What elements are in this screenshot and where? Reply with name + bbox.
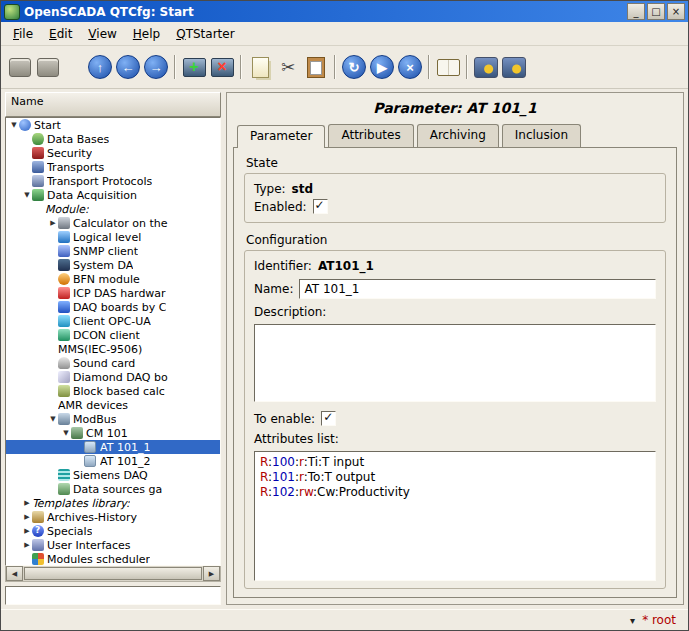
menu-help[interactable]: Help — [125, 24, 168, 44]
manual-button[interactable] — [434, 53, 462, 81]
tree-item-user-interfaces[interactable]: ▶User Interfaces — [6, 538, 220, 552]
tree-item-diamond-daq-bo[interactable]: Diamond DAQ bo — [6, 370, 220, 384]
attribute-item[interactable]: R:102:rw:Cw:Productivity — [260, 485, 650, 500]
tree-item-siemens-daq[interactable]: Siemens DAQ — [6, 468, 220, 482]
copy-item-button[interactable] — [246, 53, 274, 81]
tree-item-icp-das-hardwar[interactable]: ICP DAS hardwar — [6, 286, 220, 300]
description-textarea[interactable] — [254, 324, 656, 402]
collapse-icon[interactable]: ▼ — [61, 429, 71, 437]
tree-item-calculator-on-the[interactable]: ▶Calculator on the — [6, 216, 220, 230]
tree-item-dcon-client[interactable]: DCON client — [6, 328, 220, 342]
tab-attributes[interactable]: Attributes — [328, 124, 413, 147]
opcua-icon — [58, 315, 70, 327]
tree-item-sound-card[interactable]: Sound card — [6, 356, 220, 370]
collapse-icon[interactable]: ▼ — [9, 121, 19, 129]
save-to-db-button[interactable] — [34, 53, 62, 81]
tree-item-label: Data Bases — [47, 133, 109, 146]
tree-item-specials[interactable]: ▶Specials — [6, 524, 220, 538]
tree-item-modules-scheduler[interactable]: Modules scheduler — [6, 552, 220, 566]
tree-item-mms-iec-9506[interactable]: MMS(IEC-9506) — [6, 342, 220, 356]
to-enable-label: To enable: — [254, 412, 315, 426]
tree-item-snmp-client[interactable]: SNMP client — [6, 244, 220, 258]
qtstarter-config2-button[interactable] — [500, 53, 528, 81]
tree-filter-input[interactable] — [5, 586, 221, 605]
tree-item-start[interactable]: ▼Start — [6, 118, 220, 132]
scroll-right-icon[interactable]: ▶ — [203, 566, 220, 581]
tree-item-at-101-2[interactable]: AT 101_2 — [6, 454, 220, 468]
close-button[interactable]: × — [667, 3, 685, 20]
tree-item-label: DAQ boards by C — [73, 301, 166, 314]
toolbar-separator — [466, 55, 468, 79]
name-row: Name: — [254, 279, 656, 299]
expand-icon[interactable]: ▶ — [22, 527, 32, 535]
menu-view[interactable]: View — [80, 24, 124, 44]
menu-qtstarter[interactable]: QTStarter — [168, 24, 242, 44]
load-from-db-button[interactable] — [6, 53, 34, 81]
expand-icon[interactable]: ▶ — [22, 541, 32, 549]
tab-inclusion[interactable]: Inclusion — [502, 124, 581, 147]
archives-icon — [32, 511, 44, 523]
page-title: Parameter: AT 101_1 — [233, 97, 677, 124]
start-button[interactable]: ▶ — [368, 53, 396, 81]
statusbar: ▾ * root — [1, 609, 688, 630]
soundcard-icon — [58, 357, 70, 369]
maximize-button[interactable]: □ — [647, 3, 665, 20]
expand-icon[interactable]: ▶ — [22, 499, 32, 507]
tree-item-label: Specials — [47, 525, 92, 538]
status-collapse-icon[interactable]: ▾ — [630, 615, 635, 626]
tree-item-templates-library[interactable]: ▶Templates library: — [6, 496, 220, 510]
tree-item-data-bases[interactable]: Data Bases — [6, 132, 220, 146]
stop-button[interactable]: × — [396, 53, 424, 81]
back-arrow-icon: ← — [116, 55, 140, 79]
paste-item-button[interactable] — [302, 53, 330, 81]
enabled-checkbox[interactable] — [313, 199, 328, 214]
tab-archiving[interactable]: Archiving — [417, 124, 499, 147]
forward-button[interactable]: → — [142, 53, 170, 81]
titlebar[interactable]: OpenSCADA QTCfg: Start _ □ × — [1, 1, 688, 22]
specials-icon — [32, 525, 44, 537]
tree-item-data-sources-ga[interactable]: Data sources ga — [6, 482, 220, 496]
menu-file[interactable]: File — [5, 24, 41, 44]
tree-item-client-opc-ua[interactable]: Client OPC-UA — [6, 314, 220, 328]
tree-item-transport-protocols[interactable]: Transport Protocols — [6, 174, 220, 188]
tree-item-block-based-calc[interactable]: Block based calc — [6, 384, 220, 398]
tree-item-at-101-1[interactable]: AT 101_1 — [6, 440, 220, 454]
collapse-icon[interactable]: ▼ — [22, 191, 32, 199]
tree-item-bfn-module[interactable]: BFN module — [6, 272, 220, 286]
tree-item-label: SNMP client — [73, 245, 138, 258]
name-input[interactable] — [299, 279, 656, 299]
tree-item-cm-101[interactable]: ▼CM 101 — [6, 426, 220, 440]
tree-item-daq-boards-by-c[interactable]: DAQ boards by C — [6, 300, 220, 314]
tab-content: State Type: std Enabled: Configuration I… — [233, 147, 677, 598]
tree-item-system-da[interactable]: System DA — [6, 258, 220, 272]
delete-item-button[interactable]: × — [208, 53, 236, 81]
tree-item-amr-devices[interactable]: AMR devices — [6, 398, 220, 412]
tree-item-security[interactable]: Security — [6, 146, 220, 160]
tab-parameter[interactable]: Parameter — [237, 125, 325, 148]
tree-item-data-acquisition[interactable]: ▼Data Acquisition — [6, 188, 220, 202]
scroll-left-icon[interactable]: ◀ — [6, 566, 23, 581]
attribute-item[interactable]: R:100:r:Ti:T input — [260, 455, 650, 470]
tree-item-modbus[interactable]: ▼ModBus — [6, 412, 220, 426]
gear-icon — [502, 57, 526, 78]
add-item-button[interactable]: + — [180, 53, 208, 81]
menu-edit[interactable]: Edit — [41, 24, 80, 44]
tree-item-label: CM 101 — [86, 427, 128, 440]
tree-item-module[interactable]: Module: — [6, 202, 220, 216]
expand-icon[interactable]: ▶ — [48, 219, 58, 227]
tree-item-transports[interactable]: Transports — [6, 160, 220, 174]
minimize-button[interactable]: _ — [627, 3, 645, 20]
back-button[interactable]: ← — [114, 53, 142, 81]
up-button[interactable]: ↑ — [86, 53, 114, 81]
collapse-icon[interactable]: ▼ — [48, 415, 58, 423]
cut-item-button[interactable]: ✂ — [274, 53, 302, 81]
to-enable-checkbox[interactable] — [321, 411, 336, 426]
refresh-button[interactable]: ↻ — [340, 53, 368, 81]
scrollbar-thumb[interactable] — [24, 567, 202, 580]
tree-item-archives-history[interactable]: ▶Archives-History — [6, 510, 220, 524]
expand-icon[interactable]: ▶ — [22, 513, 32, 521]
tree-column-header[interactable]: Name — [5, 92, 221, 117]
tree-item-logical-level[interactable]: Logical level — [6, 230, 220, 244]
attribute-item[interactable]: R:101:r:To:T output — [260, 470, 650, 485]
qtstarter-config-button[interactable] — [472, 53, 500, 81]
